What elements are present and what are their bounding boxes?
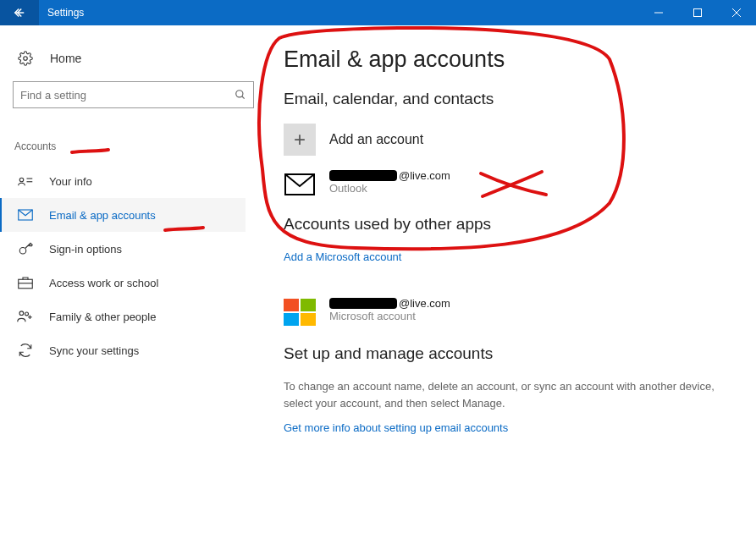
sidebar-item-label: Your info <box>49 175 92 188</box>
maximize-button[interactable] <box>678 0 717 25</box>
search-input[interactable] <box>20 89 235 102</box>
microsoft-logo-icon <box>284 299 316 326</box>
ms-account-type: Microsoft account <box>329 310 450 322</box>
svg-point-14 <box>19 311 24 316</box>
add-account-button[interactable]: + Add an account <box>284 124 722 156</box>
svg-point-15 <box>25 312 29 316</box>
svg-rect-1 <box>694 9 702 17</box>
minimize-button[interactable] <box>639 0 678 25</box>
sidebar-item-label: Family & other people <box>49 311 156 323</box>
sidebar-item-work-school[interactable]: Access work or school <box>0 266 246 300</box>
gear-icon <box>18 51 35 66</box>
add-account-label: Add an account <box>329 132 423 147</box>
sidebar-item-family[interactable]: Family & other people <box>0 300 246 333</box>
account-provider: Outlook <box>329 182 450 195</box>
mail-icon <box>284 173 316 196</box>
section-other-apps: Accounts used by other apps <box>284 215 722 234</box>
svg-line-6 <box>242 96 245 99</box>
email-account-row[interactable]: @live.com Outlook <box>284 169 722 196</box>
minimize-icon <box>654 8 663 17</box>
svg-point-7 <box>19 178 24 182</box>
titlebar: Settings <box>0 0 756 25</box>
search-box[interactable] <box>13 81 254 108</box>
key-icon <box>17 241 34 256</box>
ms-account-row[interactable]: @live.com Microsoft account <box>284 297 722 326</box>
people-plus-icon <box>17 310 34 323</box>
section-manage: Set up and manage accounts <box>284 344 722 363</box>
plus-icon: + <box>284 124 316 156</box>
sidebar-item-signin-options[interactable]: Sign-in options <box>0 232 246 266</box>
sidebar: Home Accounts Your info Email & app acco… <box>0 25 258 550</box>
sidebar-item-label: Access work or school <box>49 277 158 289</box>
section-email-contacts: Email, calendar, and contacts <box>284 90 722 108</box>
sidebar-item-label: Sign-in options <box>49 243 122 256</box>
svg-rect-12 <box>19 279 33 289</box>
manage-description: To change an account name, delete an acc… <box>284 378 722 411</box>
sidebar-item-sync[interactable]: Sync your settings <box>0 333 246 367</box>
ms-account-email: @live.com <box>329 297 450 310</box>
sidebar-item-email-accounts[interactable]: Email & app accounts <box>0 198 246 232</box>
window-title: Settings <box>47 7 84 19</box>
person-card-icon <box>17 175 34 187</box>
close-icon <box>732 8 741 17</box>
sidebar-item-label: Sync your settings <box>49 344 139 357</box>
sidebar-item-label: Email & app accounts <box>49 209 156 222</box>
sync-icon <box>17 343 34 358</box>
mail-icon <box>17 209 34 221</box>
svg-point-5 <box>236 91 243 97</box>
sidebar-home[interactable]: Home <box>13 51 246 66</box>
sidebar-item-your-info[interactable]: Your info <box>0 164 246 198</box>
sidebar-home-label: Home <box>50 52 81 65</box>
page-title: Email & app accounts <box>284 47 722 73</box>
main-content: Email & app accounts Email, calendar, an… <box>258 25 756 550</box>
maximize-icon <box>693 8 702 17</box>
search-icon <box>235 89 246 101</box>
svg-point-11 <box>19 248 26 255</box>
briefcase-icon <box>17 276 34 289</box>
back-button[interactable] <box>0 0 39 25</box>
account-email: @live.com <box>329 169 450 182</box>
sidebar-section-label: Accounts <box>13 140 246 152</box>
add-ms-account-link[interactable]: Add a Microsoft account <box>284 250 401 263</box>
close-button[interactable] <box>717 0 756 25</box>
more-info-link[interactable]: Get more info about setting up email acc… <box>284 421 508 434</box>
svg-point-4 <box>24 57 28 61</box>
